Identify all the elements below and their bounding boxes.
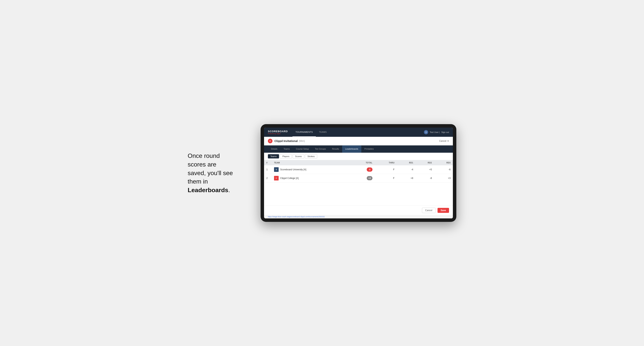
table-header-row: # TEAM TOTAL THRU RD1 RD2 RD3: [264, 160, 453, 165]
row1-rd2: +5: [416, 165, 434, 174]
nav-right: S Test User | Sign out: [424, 130, 449, 134]
tab-leaderboards[interactable]: Leaderboards: [342, 145, 361, 153]
url-bar: https://stage-blue-coach.stagescoreboard…: [264, 215, 453, 218]
row2-team-name: Clippd College [A]: [280, 177, 298, 179]
row2-rd2: -8: [416, 174, 434, 182]
tab-teams[interactable]: Teams: [280, 145, 293, 153]
row1-team: S Scoreboard University [A]: [272, 165, 350, 174]
col-total: TOTAL: [350, 160, 375, 165]
table-row: 1 S Scoreboard University [A] -5 F -4: [264, 165, 453, 174]
nav-teams[interactable]: TEAMS: [316, 128, 330, 137]
top-nav: SCOREBOARD Powered by clippd TOURNAMENTS…: [264, 128, 453, 137]
table-spacer: [264, 182, 453, 205]
tablet-frame: SCOREBOARD Powered by clippd TOURNAMENTS…: [260, 124, 456, 222]
tab-course-setup[interactable]: Course Setup: [293, 145, 312, 153]
tab-details[interactable]: Details: [268, 145, 280, 153]
footer-bar: Cancel Save: [264, 205, 453, 215]
intro-text: Once round scores are saved, you'll see …: [188, 152, 249, 194]
sign-out-link[interactable]: Sign out: [441, 131, 449, 133]
nav-tournaments[interactable]: TOURNAMENTS: [292, 128, 316, 137]
nav-links: TOURNAMENTS TEAMS: [292, 128, 424, 137]
filter-strokes[interactable]: Strokes: [305, 154, 317, 159]
logo-sub: Powered by clippd: [268, 133, 288, 135]
col-rd1: RD1: [397, 160, 416, 165]
user-avatar: S: [424, 130, 428, 134]
col-rd2: RD2: [416, 160, 434, 165]
row1-rd1: -4: [397, 165, 416, 174]
row2-team-logo: C: [274, 176, 279, 180]
logo-area: SCOREBOARD Powered by clippd: [268, 130, 288, 135]
tab-tee-groups[interactable]: Tee Groups: [312, 145, 329, 153]
col-team: TEAM: [272, 160, 350, 165]
col-rd3: RD3: [434, 160, 453, 165]
logo-title: SCOREBOARD: [268, 130, 288, 133]
table-row: 2 C Clippd College [A] +3 F +8 -8: [264, 174, 453, 182]
row1-rd3: -6: [434, 165, 453, 174]
row1-total: -5: [350, 165, 375, 174]
row1-team-logo: S: [274, 167, 279, 172]
row1-thru: F: [375, 165, 397, 174]
tournament-icon: C: [268, 139, 272, 143]
tab-printables[interactable]: Printables: [361, 145, 377, 153]
footer-cancel-button[interactable]: Cancel: [422, 208, 436, 213]
filter-scores[interactable]: Scores: [293, 154, 304, 159]
col-rank: #: [264, 160, 272, 165]
col-thru: THRU: [375, 160, 397, 165]
row2-total: +3: [350, 174, 375, 182]
filter-players[interactable]: Players: [280, 154, 292, 159]
row2-rd1: +8: [397, 174, 416, 182]
leaderboard-table: # TEAM TOTAL THRU RD1 RD2 RD3 1: [264, 160, 453, 182]
row2-team: C Clippd College [A]: [272, 174, 350, 182]
tournament-title: Clippd Invitational: [274, 140, 298, 143]
filter-teams[interactable]: Teams: [268, 154, 279, 159]
row2-rank: 2: [264, 174, 272, 182]
footer-save-button[interactable]: Save: [438, 208, 449, 213]
tablet-screen: SCOREBOARD Powered by clippd TOURNAMENTS…: [264, 128, 453, 218]
url-text: https://stage-blue-coach.stagescoreboard…: [268, 216, 325, 218]
user-name: Test User |: [430, 131, 440, 133]
tournament-cancel-btn[interactable]: Cancel ✕: [439, 140, 449, 142]
row2-rd3: +3: [434, 174, 453, 182]
tab-results[interactable]: Results: [329, 145, 342, 153]
sub-nav: Details Teams Course Setup Tee Groups Re…: [264, 145, 453, 153]
filter-bar: Teams Players Scores Strokes: [264, 153, 453, 160]
tournament-header: C Clippd Invitational (Men) Cancel ✕: [264, 137, 453, 145]
tournament-subtitle: (Men): [299, 140, 305, 142]
row2-thru: F: [375, 174, 397, 182]
row1-rank: 1: [264, 165, 272, 174]
row2-total-badge: +3: [367, 176, 372, 180]
row1-total-badge: -5: [367, 168, 372, 172]
row1-team-name: Scoreboard University [A]: [280, 168, 306, 171]
